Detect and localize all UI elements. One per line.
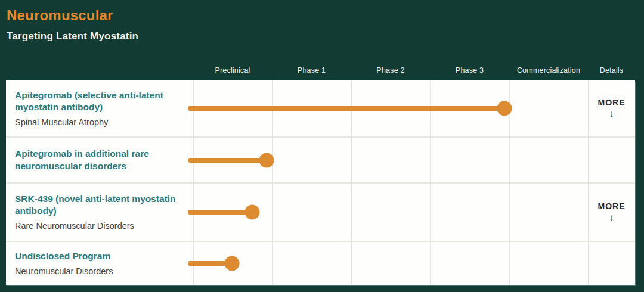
details-cell-empty <box>588 138 635 182</box>
program-indication: Neuromuscular Disorders <box>15 266 182 277</box>
program-cell: Apitegromab in additional rare neuromusc… <box>6 138 193 182</box>
page-subtitle: Targeting Latent Myostatin <box>7 30 138 42</box>
grid-line-vertical <box>193 80 194 285</box>
neuromuscular-pipeline-panel: Neuromuscular Targeting Latent Myostatin… <box>0 0 644 292</box>
grid-line-vertical <box>272 80 273 285</box>
pipeline-dot <box>497 101 512 116</box>
column-header-phase1: Phase 1 <box>272 65 351 76</box>
pipeline-dot <box>259 153 274 167</box>
more-label: MORE <box>598 201 626 211</box>
pipeline-bar <box>188 158 267 163</box>
more-label: MORE <box>598 98 626 107</box>
program-cell: Undisclosed Program Neuromuscular Disord… <box>6 242 193 285</box>
grid-line-vertical <box>351 80 352 285</box>
page-title: Neuromuscular <box>7 7 113 24</box>
program-name: Undisclosed Program <box>15 250 182 262</box>
column-header-details: Details <box>588 65 635 76</box>
more-details-button[interactable]: MORE ↓ <box>588 80 635 136</box>
table-row: Apitegromab (selective anti-latent myost… <box>6 80 635 138</box>
table-row: Apitegromab in additional rare neuromusc… <box>6 138 635 184</box>
down-arrow-icon: ↓ <box>609 109 614 119</box>
program-name: Apitegromab in additional rare neuromusc… <box>15 148 182 172</box>
table-row: Undisclosed Program Neuromuscular Disord… <box>6 242 635 285</box>
program-indication: Rare Neuromuscular Disorders <box>15 220 182 231</box>
column-header-phase2: Phase 2 <box>351 65 430 76</box>
details-cell-empty <box>588 242 635 285</box>
grid-line-vertical <box>430 80 431 285</box>
pipeline-bar <box>188 106 504 111</box>
more-details-button[interactable]: MORE ↓ <box>588 184 635 241</box>
table-row: SRK-439 (novel anti-latent myostatin ant… <box>6 184 635 242</box>
program-cell: SRK-439 (novel anti-latent myostatin ant… <box>6 184 193 241</box>
program-name: Apitegromab (selective anti-latent myost… <box>15 89 182 113</box>
program-name: SRK-439 (novel anti-latent myostatin ant… <box>15 193 182 217</box>
program-cell: Apitegromab (selective anti-latent myost… <box>6 80 193 136</box>
pipeline-dot <box>245 205 260 220</box>
pipeline-table: Apitegromab (selective anti-latent myost… <box>6 80 635 285</box>
column-header-phase3: Phase 3 <box>430 65 509 76</box>
column-header-commercialization: Commercialization <box>509 65 588 76</box>
pipeline-bar <box>188 210 252 215</box>
down-arrow-icon: ↓ <box>609 213 614 223</box>
pipeline-dot <box>224 256 239 271</box>
program-indication: Spinal Muscular Atrophy <box>15 117 182 128</box>
column-header-preclinical: Preclinical <box>193 65 272 76</box>
